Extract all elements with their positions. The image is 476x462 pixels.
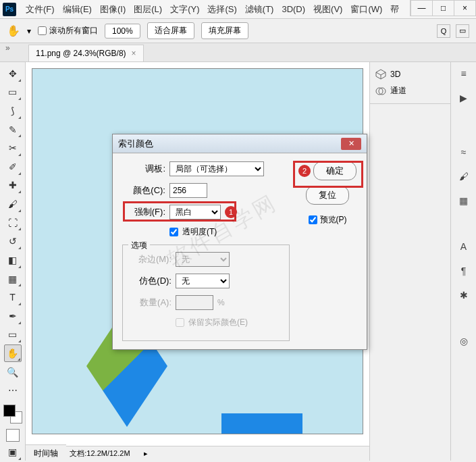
menu-help[interactable]: 帮 bbox=[386, 1, 403, 18]
svg-marker-0 bbox=[376, 70, 386, 75]
scroll-all-input[interactable] bbox=[38, 26, 47, 35]
document-tab[interactable]: 11.png @ 24.3%(RGB/8) × bbox=[28, 45, 144, 61]
type-tool[interactable]: T bbox=[4, 288, 22, 306]
maximize-button[interactable]: □ bbox=[432, 1, 454, 16]
menu-type[interactable]: 文字(Y) bbox=[166, 1, 203, 18]
toolbox: ✥ ▭ ⟆ ✎ ✂ ✐ ✚ 🖌 ⛶ ↺ ◧ ▦ T ✒ ▭ ✋ 🔍 ⋯ ▣ bbox=[0, 62, 26, 461]
right-panels: 3D 通道 bbox=[369, 62, 450, 461]
document-tab-bar: 11.png @ 24.3%(RGB/8) × bbox=[0, 43, 476, 62]
healing-tool[interactable]: ✚ bbox=[4, 177, 22, 195]
marquee-tool[interactable]: ▭ bbox=[4, 84, 22, 101]
menu-3d[interactable]: 3D(D) bbox=[277, 1, 309, 17]
menu-window[interactable]: 窗口(W) bbox=[346, 1, 386, 18]
status-bar: 24.35% 文档:12.2M/12.2M ▸ bbox=[26, 446, 369, 461]
menu-edit[interactable]: 编辑(E) bbox=[59, 1, 96, 18]
brush-panel-icon[interactable]: ≈ bbox=[456, 145, 471, 159]
panel-3d-label: 3D bbox=[390, 70, 400, 79]
menu-filter[interactable]: 滤镜(T) bbox=[241, 1, 278, 18]
matte-select: 无 bbox=[176, 252, 230, 267]
search-icon[interactable]: Q bbox=[437, 24, 450, 38]
close-tab-icon[interactable]: × bbox=[132, 49, 136, 58]
lasso-tool[interactable]: ⟆ bbox=[4, 102, 22, 120]
minimize-button[interactable]: — bbox=[411, 1, 432, 16]
brush-preset-icon[interactable]: 🖌 bbox=[456, 169, 471, 184]
preview-checkbox[interactable] bbox=[309, 215, 317, 224]
palette-label: 调板: bbox=[122, 163, 165, 175]
dither-select[interactable]: 无 bbox=[176, 274, 230, 288]
forced-label: 强制(F): bbox=[122, 206, 165, 218]
preview-label: 预览(P) bbox=[320, 214, 347, 226]
forced-select[interactable]: 黑白 bbox=[169, 205, 221, 220]
menu-layer[interactable]: 图层(L) bbox=[130, 1, 166, 18]
close-window-button[interactable]: × bbox=[454, 1, 475, 16]
panel-channels[interactable]: 通道 bbox=[374, 82, 446, 99]
preview-checkbox-wrap[interactable]: 预览(P) bbox=[309, 214, 347, 226]
history-brush-tool[interactable]: ↺ bbox=[4, 232, 22, 250]
timeline-panel[interactable]: 时间轴 bbox=[26, 444, 66, 462]
document-tab-title: 11.png @ 24.3%(RGB/8) bbox=[36, 49, 126, 58]
hand-tool[interactable]: ✋ bbox=[4, 344, 22, 362]
menu-select[interactable]: 选择(S) bbox=[203, 1, 240, 18]
canvas-shape-2 bbox=[221, 413, 302, 434]
preserve-checkbox bbox=[176, 318, 184, 327]
scroll-all-checkbox[interactable]: 滚动所有窗口 bbox=[38, 25, 98, 36]
glyphs-panel-icon[interactable]: ✱ bbox=[456, 288, 471, 303]
scroll-all-label: 滚动所有窗口 bbox=[49, 25, 98, 36]
panel-channels-label: 通道 bbox=[390, 85, 406, 97]
crop-tool[interactable]: ✂ bbox=[4, 139, 22, 157]
expand-panels-icon[interactable]: » bbox=[5, 43, 10, 53]
quick-select-tool[interactable]: ✎ bbox=[4, 121, 22, 138]
menu-image[interactable]: 图像(I) bbox=[96, 1, 130, 18]
quick-mask-icon[interactable] bbox=[6, 429, 20, 442]
menu-view[interactable]: 视图(V) bbox=[309, 1, 346, 18]
menu-file[interactable]: 文件(F) bbox=[22, 1, 59, 18]
color-swatches[interactable] bbox=[3, 405, 22, 424]
zoom-100-button[interactable]: 100% bbox=[105, 24, 140, 38]
window-controls: — □ × bbox=[410, 0, 476, 16]
brush-tool[interactable]: 🖌 bbox=[4, 195, 22, 213]
amount-unit: % bbox=[217, 298, 225, 307]
gradient-tool[interactable]: ▦ bbox=[4, 270, 22, 288]
character-panel-icon[interactable]: A bbox=[456, 239, 471, 254]
cube-icon bbox=[375, 69, 386, 80]
channels-icon bbox=[375, 86, 386, 97]
palette-select[interactable]: 局部（可选择） bbox=[169, 161, 264, 176]
colors-input[interactable] bbox=[169, 183, 207, 198]
workspace-icon[interactable]: ▭ bbox=[456, 24, 469, 38]
eyedropper-tool[interactable]: ✐ bbox=[4, 158, 22, 176]
svg-line-4 bbox=[376, 76, 381, 79]
timeline-label: 时间轴 bbox=[34, 448, 58, 458]
eraser-tool[interactable]: ◧ bbox=[4, 251, 22, 269]
clone-panel-icon[interactable]: ▦ bbox=[456, 193, 471, 208]
stamp-tool[interactable]: ⛶ bbox=[4, 214, 22, 232]
zoom-tool[interactable]: 🔍 bbox=[4, 363, 22, 381]
colors-label: 颜色(C): bbox=[122, 184, 165, 197]
status-doc-size[interactable]: 文档:12.2M/12.2M bbox=[70, 448, 130, 459]
libraries-icon[interactable]: ◎ bbox=[456, 334, 471, 349]
fill-screen-button[interactable]: 填充屏幕 bbox=[201, 22, 248, 39]
move-tool[interactable]: ✥ bbox=[4, 65, 22, 82]
transparency-label: 透明度(T) bbox=[182, 226, 217, 238]
pen-tool[interactable]: ✒ bbox=[4, 307, 22, 325]
history-icon[interactable]: ≡ bbox=[456, 66, 471, 81]
play-icon[interactable]: ▶ bbox=[456, 91, 471, 105]
edit-toolbar[interactable]: ⋯ bbox=[4, 382, 22, 399]
shape-tool[interactable]: ▭ bbox=[4, 326, 22, 344]
dropdown-icon[interactable]: ▾ bbox=[27, 26, 31, 36]
paragraph-panel-icon[interactable]: ¶ bbox=[456, 263, 471, 278]
dialog-title-text: 索引颜色 bbox=[118, 138, 153, 150]
screen-mode-icon[interactable]: ▣ bbox=[4, 443, 22, 461]
transparency-checkbox[interactable] bbox=[169, 228, 178, 236]
options-legend: 选项 bbox=[128, 240, 150, 251]
foreground-color-swatch[interactable] bbox=[3, 405, 16, 417]
options-bar: ✋ ▾ 滚动所有窗口 100% 适合屏幕 填充屏幕 Q ▭ bbox=[0, 19, 476, 43]
reset-button[interactable]: 复位 bbox=[306, 186, 349, 205]
panel-3d[interactable]: 3D bbox=[374, 66, 446, 82]
fit-screen-button[interactable]: 适合屏幕 bbox=[147, 22, 194, 39]
svg-line-5 bbox=[381, 76, 386, 79]
status-chevron-icon[interactable]: ▸ bbox=[144, 449, 148, 458]
ok-button[interactable]: 确定 bbox=[313, 161, 356, 180]
icon-strip: ≡ ▶ ≈ 🖌 ▦ A ¶ ✱ ◎ bbox=[450, 62, 476, 461]
dialog-close-button[interactable]: ✕ bbox=[341, 138, 361, 150]
dialog-titlebar[interactable]: 索引颜色 ✕ bbox=[113, 134, 367, 153]
